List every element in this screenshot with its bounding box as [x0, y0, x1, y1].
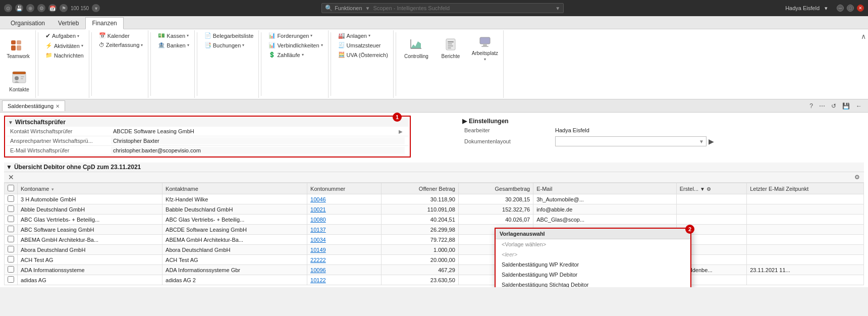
- tab-finanzen[interactable]: Finanzen: [85, 17, 123, 29]
- cell-kontoname-2: ABC Glas Vertriebs- + Beteilig...: [18, 215, 162, 225]
- add-icon[interactable]: ⊕: [26, 4, 34, 12]
- cell-konto-7[interactable]: 10096: [307, 265, 382, 275]
- teamwork-button[interactable]: Teamwork: [5, 31, 31, 64]
- row-banken: 🏦 Banken ▾: [156, 41, 191, 49]
- cell-kontakt-1: Babble Deutschland GmbH: [162, 204, 307, 215]
- nachrichten-button[interactable]: 📁 Nachrichten: [43, 51, 86, 60]
- table-row: ABEMA GmbH Architektur-Ba... ABEMA GmbH …: [5, 235, 864, 245]
- tab-help-button[interactable]: ?: [807, 101, 815, 111]
- anlagen-button[interactable]: 🏭 Anlagen ▾: [336, 31, 372, 40]
- settings-icon[interactable]: ⚙: [37, 4, 45, 12]
- row-checkbox-8[interactable]: [5, 275, 18, 285]
- dokumentenlayout-dropdown[interactable]: ▼: [555, 136, 707, 146]
- row-checkbox-0[interactable]: [5, 194, 18, 204]
- aktivitaeten-button[interactable]: ⚡ Aktivitäten ▾: [43, 41, 85, 50]
- verbindlichkeiten-button[interactable]: 📊 Verbindlichkeiten ▾: [266, 41, 324, 49]
- tab-organisation[interactable]: Organisation: [4, 17, 51, 29]
- th-erstellt[interactable]: Erstel... ▼ ⚙: [676, 183, 747, 194]
- remove-button[interactable]: ✕: [6, 173, 16, 181]
- select-all-checkbox[interactable]: [8, 185, 14, 191]
- tab-vertrieb[interactable]: Vertrieb: [51, 17, 85, 29]
- th-kontonummer[interactable]: Kontonummer: [307, 183, 382, 194]
- dokumentenlayout-arrow: ▼: [699, 139, 704, 144]
- tab-ellipsis-button[interactable]: ⋯: [817, 101, 827, 111]
- field-value-kontakt[interactable]: ABCDE Software Leasing GmbH ▶: [111, 128, 405, 135]
- row-checkbox-1[interactable]: [5, 204, 18, 215]
- close-button[interactable]: ✕: [857, 5, 864, 12]
- cell-konto-5[interactable]: 10149: [307, 245, 382, 255]
- belegarbeitsliste-button[interactable]: 📄 Belegarbeitsliste: [202, 31, 256, 40]
- search-dropdown-arrow[interactable]: ▼: [555, 6, 560, 11]
- zeiterfassung-button[interactable]: ⏱ Zeiterfassung ▾: [97, 41, 145, 49]
- minimize-button[interactable]: ─: [837, 5, 844, 12]
- dropdown-option-0[interactable]: <Vorlage wählen>: [496, 239, 690, 249]
- cell-letzter-4: [747, 235, 864, 245]
- th-kontaktname[interactable]: Kontaktname: [162, 183, 307, 194]
- dropdown-icon[interactable]: ▾: [92, 4, 100, 12]
- th-offener[interactable]: Offener Betrag: [382, 183, 458, 194]
- umsatzsteuer-button[interactable]: 🧾 Umsatzsteuer: [336, 41, 383, 49]
- dropdown-option-4[interactable]: Saldenbestätigung Stichtag Debitor: [496, 280, 690, 287]
- cell-konto-0[interactable]: 10046: [307, 194, 382, 204]
- calendar-icon[interactable]: 📅: [48, 4, 57, 12]
- search-bar[interactable]: 🔍 Funktionen ▼ ▼: [321, 3, 564, 13]
- erstellt-settings[interactable]: ⚙: [707, 186, 711, 192]
- row-checkbox-4[interactable]: [5, 235, 18, 245]
- cell-konto-1[interactable]: 10021: [307, 204, 382, 215]
- th-email[interactable]: E-Mail: [533, 183, 677, 194]
- kassen-button[interactable]: 💵 Kassen ▾: [156, 31, 191, 40]
- controlling-button[interactable]: Controlling: [401, 31, 431, 64]
- cell-konto-8[interactable]: 10122: [307, 275, 382, 285]
- dokumentenlayout-settings-icon[interactable]: ▶: [709, 137, 714, 145]
- th-kontoname[interactable]: Kontoname ▾: [18, 183, 162, 194]
- cell-konto-4[interactable]: 10034: [307, 235, 382, 245]
- save-icon[interactable]: 💾: [15, 4, 23, 12]
- th-letzter[interactable]: Letzter E-Mail Zeitpunkt: [747, 183, 864, 194]
- row-belegarbeitsliste: 📄 Belegarbeitsliste: [202, 31, 256, 40]
- dropdown-option-3[interactable]: Saldenbestätigung WP Debitor: [496, 270, 690, 280]
- erstellt-dropdown[interactable]: ▼: [700, 186, 705, 192]
- col-settings-button[interactable]: ⚙: [854, 174, 860, 181]
- overview-header[interactable]: ▼ Übersicht Debitor ohne CpD zum 23.11.2…: [4, 163, 864, 172]
- berichte-button[interactable]: Berichte: [436, 31, 466, 64]
- berichte-label: Berichte: [442, 54, 460, 59]
- field-label-ansprechpartner: Ansprechpartner Wirtschaftsprü...: [10, 138, 111, 144]
- zahllaeufe-button[interactable]: 💲 Zahlläufe ▾: [266, 50, 305, 59]
- th-gesamt[interactable]: Gesamtbetrag: [458, 183, 533, 194]
- restore-button[interactable]: □: [847, 5, 854, 12]
- search-input[interactable]: [373, 5, 524, 11]
- row-checkbox-3[interactable]: [5, 225, 18, 235]
- tab-back-button[interactable]: ←: [854, 101, 864, 111]
- kontakte-button[interactable]: Kontakte: [6, 65, 32, 97]
- einst-header[interactable]: ▶ Einstellungen: [460, 117, 863, 126]
- row-nachrichten: 📁 Nachrichten: [43, 51, 86, 60]
- buchungen-arrow: ▾: [242, 43, 244, 47]
- user-dropdown-arrow[interactable]: ▾: [825, 5, 828, 12]
- row-checkbox-5[interactable]: [5, 245, 18, 255]
- banken-button[interactable]: 🏦 Banken ▾: [156, 41, 191, 49]
- doc-tab-salden[interactable]: Saldenbestätigung ✕: [2, 100, 65, 111]
- row-checkbox-2[interactable]: [5, 215, 18, 225]
- einstellungen-section: ▶ Einstellungen Bearbeiter Hadya Eisfeld…: [459, 116, 864, 157]
- tab-save-button[interactable]: 💾: [840, 101, 852, 111]
- cell-konto-2[interactable]: 10080: [307, 215, 382, 225]
- dropdown-option-2[interactable]: Saldenbestätigung WP Kreditor: [496, 259, 690, 270]
- arbeitsplatz-button[interactable]: Arbeitsplatz ▾: [470, 31, 500, 64]
- tab-refresh-button[interactable]: ↺: [829, 101, 838, 111]
- uva-button[interactable]: 🧮 UVA (Österreich): [336, 50, 390, 59]
- buchungen-button[interactable]: 📑 Buchungen ▾: [202, 41, 247, 49]
- dropdown-option-1[interactable]: <leer>: [496, 249, 690, 259]
- doc-tab-close[interactable]: ✕: [56, 103, 60, 109]
- ribbon-collapse-button[interactable]: ∧: [861, 32, 866, 40]
- kalender-button[interactable]: 📅 Kalender: [97, 31, 132, 40]
- forderungen-button[interactable]: 📊 Forderungen ▾: [266, 31, 314, 40]
- cell-konto-3[interactable]: 10137: [307, 225, 382, 235]
- aufgaben-button[interactable]: ✔ Aufgaben ▾: [43, 31, 81, 40]
- group-label-2: [97, 96, 145, 97]
- row-checkbox-7[interactable]: [5, 265, 18, 275]
- flag-icon[interactable]: ⚑: [60, 4, 68, 12]
- cell-konto-6[interactable]: 22222: [307, 255, 382, 265]
- wp-header[interactable]: ▼ Wirtschaftsprüfer: [6, 118, 409, 127]
- table-row: adidas AG adidas AG 2 10122 23.630,50 23…: [5, 275, 864, 285]
- row-checkbox-6[interactable]: [5, 255, 18, 265]
